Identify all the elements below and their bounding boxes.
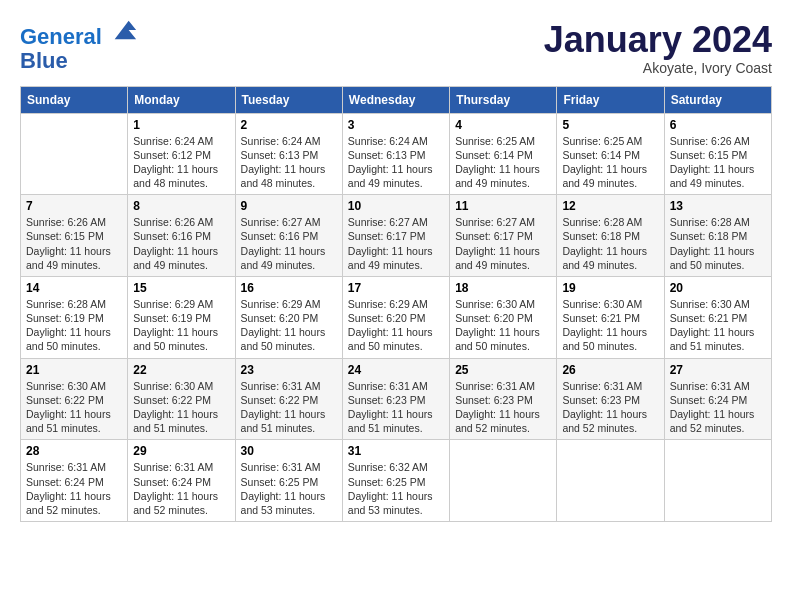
day-number: 9	[241, 199, 337, 213]
calendar-cell: 1Sunrise: 6:24 AM Sunset: 6:12 PM Daylig…	[128, 113, 235, 195]
day-number: 6	[670, 118, 766, 132]
day-number: 19	[562, 281, 658, 295]
day-number: 5	[562, 118, 658, 132]
day-number: 10	[348, 199, 444, 213]
calendar-cell: 13Sunrise: 6:28 AM Sunset: 6:18 PM Dayli…	[664, 195, 771, 277]
day-info: Sunrise: 6:31 AM Sunset: 6:22 PM Dayligh…	[241, 379, 337, 436]
calendar-cell: 14Sunrise: 6:28 AM Sunset: 6:19 PM Dayli…	[21, 276, 128, 358]
day-info: Sunrise: 6:29 AM Sunset: 6:20 PM Dayligh…	[348, 297, 444, 354]
calendar-cell: 5Sunrise: 6:25 AM Sunset: 6:14 PM Daylig…	[557, 113, 664, 195]
calendar-week-1: 1Sunrise: 6:24 AM Sunset: 6:12 PM Daylig…	[21, 113, 772, 195]
calendar-cell: 23Sunrise: 6:31 AM Sunset: 6:22 PM Dayli…	[235, 358, 342, 440]
day-info: Sunrise: 6:31 AM Sunset: 6:24 PM Dayligh…	[26, 460, 122, 517]
header-row: SundayMondayTuesdayWednesdayThursdayFrid…	[21, 86, 772, 113]
calendar-week-3: 14Sunrise: 6:28 AM Sunset: 6:19 PM Dayli…	[21, 276, 772, 358]
day-number: 18	[455, 281, 551, 295]
calendar-cell: 27Sunrise: 6:31 AM Sunset: 6:24 PM Dayli…	[664, 358, 771, 440]
day-number: 28	[26, 444, 122, 458]
calendar-header: SundayMondayTuesdayWednesdayThursdayFrid…	[21, 86, 772, 113]
day-number: 30	[241, 444, 337, 458]
day-info: Sunrise: 6:25 AM Sunset: 6:14 PM Dayligh…	[562, 134, 658, 191]
day-number: 25	[455, 363, 551, 377]
day-number: 15	[133, 281, 229, 295]
day-number: 22	[133, 363, 229, 377]
calendar-cell: 22Sunrise: 6:30 AM Sunset: 6:22 PM Dayli…	[128, 358, 235, 440]
day-info: Sunrise: 6:30 AM Sunset: 6:22 PM Dayligh…	[26, 379, 122, 436]
day-number: 27	[670, 363, 766, 377]
calendar-week-4: 21Sunrise: 6:30 AM Sunset: 6:22 PM Dayli…	[21, 358, 772, 440]
day-info: Sunrise: 6:31 AM Sunset: 6:23 PM Dayligh…	[455, 379, 551, 436]
logo-blue: Blue	[20, 48, 68, 73]
day-number: 17	[348, 281, 444, 295]
calendar-cell: 4Sunrise: 6:25 AM Sunset: 6:14 PM Daylig…	[450, 113, 557, 195]
day-number: 3	[348, 118, 444, 132]
day-header-wednesday: Wednesday	[342, 86, 449, 113]
calendar-week-5: 28Sunrise: 6:31 AM Sunset: 6:24 PM Dayli…	[21, 440, 772, 522]
day-info: Sunrise: 6:27 AM Sunset: 6:17 PM Dayligh…	[455, 215, 551, 272]
calendar-cell: 21Sunrise: 6:30 AM Sunset: 6:22 PM Dayli…	[21, 358, 128, 440]
calendar-cell	[557, 440, 664, 522]
calendar-cell: 8Sunrise: 6:26 AM Sunset: 6:16 PM Daylig…	[128, 195, 235, 277]
day-number: 7	[26, 199, 122, 213]
day-header-sunday: Sunday	[21, 86, 128, 113]
day-info: Sunrise: 6:24 AM Sunset: 6:12 PM Dayligh…	[133, 134, 229, 191]
day-number: 1	[133, 118, 229, 132]
calendar-body: 1Sunrise: 6:24 AM Sunset: 6:12 PM Daylig…	[21, 113, 772, 521]
day-number: 11	[455, 199, 551, 213]
day-header-thursday: Thursday	[450, 86, 557, 113]
day-info: Sunrise: 6:30 AM Sunset: 6:22 PM Dayligh…	[133, 379, 229, 436]
calendar-cell: 11Sunrise: 6:27 AM Sunset: 6:17 PM Dayli…	[450, 195, 557, 277]
calendar-cell: 29Sunrise: 6:31 AM Sunset: 6:24 PM Dayli…	[128, 440, 235, 522]
calendar-cell	[21, 113, 128, 195]
logo-text: General Blue	[20, 20, 138, 73]
day-number: 13	[670, 199, 766, 213]
logo: General Blue	[20, 20, 138, 73]
month-title: January 2024	[544, 20, 772, 60]
day-header-saturday: Saturday	[664, 86, 771, 113]
day-info: Sunrise: 6:27 AM Sunset: 6:16 PM Dayligh…	[241, 215, 337, 272]
day-number: 24	[348, 363, 444, 377]
calendar-cell: 31Sunrise: 6:32 AM Sunset: 6:25 PM Dayli…	[342, 440, 449, 522]
calendar-cell: 24Sunrise: 6:31 AM Sunset: 6:23 PM Dayli…	[342, 358, 449, 440]
calendar-cell: 10Sunrise: 6:27 AM Sunset: 6:17 PM Dayli…	[342, 195, 449, 277]
day-number: 2	[241, 118, 337, 132]
logo-icon	[110, 16, 138, 44]
day-number: 31	[348, 444, 444, 458]
calendar-cell: 25Sunrise: 6:31 AM Sunset: 6:23 PM Dayli…	[450, 358, 557, 440]
day-info: Sunrise: 6:28 AM Sunset: 6:18 PM Dayligh…	[562, 215, 658, 272]
day-info: Sunrise: 6:31 AM Sunset: 6:24 PM Dayligh…	[670, 379, 766, 436]
calendar-cell: 2Sunrise: 6:24 AM Sunset: 6:13 PM Daylig…	[235, 113, 342, 195]
day-number: 8	[133, 199, 229, 213]
calendar-cell: 19Sunrise: 6:30 AM Sunset: 6:21 PM Dayli…	[557, 276, 664, 358]
day-header-tuesday: Tuesday	[235, 86, 342, 113]
calendar-cell: 18Sunrise: 6:30 AM Sunset: 6:20 PM Dayli…	[450, 276, 557, 358]
calendar-cell: 9Sunrise: 6:27 AM Sunset: 6:16 PM Daylig…	[235, 195, 342, 277]
subtitle: Akoyate, Ivory Coast	[544, 60, 772, 76]
calendar-cell: 3Sunrise: 6:24 AM Sunset: 6:13 PM Daylig…	[342, 113, 449, 195]
day-info: Sunrise: 6:26 AM Sunset: 6:16 PM Dayligh…	[133, 215, 229, 272]
day-number: 21	[26, 363, 122, 377]
calendar-cell: 12Sunrise: 6:28 AM Sunset: 6:18 PM Dayli…	[557, 195, 664, 277]
day-info: Sunrise: 6:24 AM Sunset: 6:13 PM Dayligh…	[348, 134, 444, 191]
day-info: Sunrise: 6:30 AM Sunset: 6:21 PM Dayligh…	[562, 297, 658, 354]
calendar-cell	[450, 440, 557, 522]
day-info: Sunrise: 6:30 AM Sunset: 6:20 PM Dayligh…	[455, 297, 551, 354]
day-info: Sunrise: 6:32 AM Sunset: 6:25 PM Dayligh…	[348, 460, 444, 517]
day-info: Sunrise: 6:30 AM Sunset: 6:21 PM Dayligh…	[670, 297, 766, 354]
calendar-table: SundayMondayTuesdayWednesdayThursdayFrid…	[20, 86, 772, 522]
calendar-cell: 20Sunrise: 6:30 AM Sunset: 6:21 PM Dayli…	[664, 276, 771, 358]
day-number: 23	[241, 363, 337, 377]
title-block: January 2024 Akoyate, Ivory Coast	[544, 20, 772, 76]
calendar-cell: 26Sunrise: 6:31 AM Sunset: 6:23 PM Dayli…	[557, 358, 664, 440]
day-number: 29	[133, 444, 229, 458]
day-info: Sunrise: 6:31 AM Sunset: 6:24 PM Dayligh…	[133, 460, 229, 517]
day-info: Sunrise: 6:31 AM Sunset: 6:23 PM Dayligh…	[562, 379, 658, 436]
calendar-cell: 17Sunrise: 6:29 AM Sunset: 6:20 PM Dayli…	[342, 276, 449, 358]
header: General Blue January 2024 Akoyate, Ivory…	[20, 20, 772, 76]
day-header-friday: Friday	[557, 86, 664, 113]
day-number: 12	[562, 199, 658, 213]
day-number: 26	[562, 363, 658, 377]
day-info: Sunrise: 6:28 AM Sunset: 6:18 PM Dayligh…	[670, 215, 766, 272]
calendar-cell	[664, 440, 771, 522]
day-info: Sunrise: 6:28 AM Sunset: 6:19 PM Dayligh…	[26, 297, 122, 354]
